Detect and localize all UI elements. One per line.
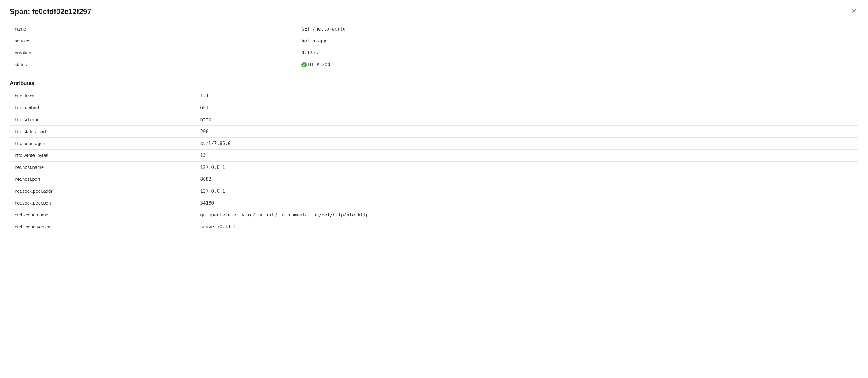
attribute-value: 1.1 bbox=[200, 93, 209, 99]
attribute-value: 200 bbox=[200, 129, 209, 134]
status-ok-icon bbox=[301, 62, 307, 67]
attribute-label: http.method bbox=[15, 105, 200, 110]
summary-value-text: HTTP-200 bbox=[308, 62, 330, 67]
summary-value: HTTP-200 bbox=[301, 62, 330, 67]
attribute-value: go.opentelemetry.io/contrib/instrumentat… bbox=[200, 212, 369, 218]
attribute-label: net.host.port bbox=[15, 176, 200, 182]
attribute-value: http bbox=[200, 117, 211, 123]
attribute-value: 127.0.0.1 bbox=[200, 165, 225, 170]
summary-value-text: GET /hello-world bbox=[301, 26, 346, 32]
attribute-row: http.status_code200 bbox=[10, 126, 858, 138]
summary-label: name bbox=[15, 26, 301, 32]
summary-row: servicehello-app bbox=[10, 35, 858, 47]
summary-label: status bbox=[15, 62, 301, 67]
attributes-title: Attributes bbox=[10, 80, 858, 87]
attribute-label: net.sock.peer.addr bbox=[15, 188, 200, 194]
attribute-value: 127.0.0.1 bbox=[200, 188, 225, 194]
summary-row: statusHTTP-200 bbox=[10, 59, 858, 71]
attribute-value: 54186 bbox=[200, 200, 214, 206]
header-row: Span: fe0efdf02e12f297 bbox=[10, 7, 858, 16]
summary-label: service bbox=[15, 38, 301, 44]
attribute-row: net.host.port8082 bbox=[10, 173, 858, 185]
attribute-row: otel.scope.namego.opentelemetry.io/contr… bbox=[10, 209, 858, 221]
attribute-label: http.status_code bbox=[15, 129, 200, 134]
attribute-row: net.host.name127.0.0.1 bbox=[10, 162, 858, 173]
close-button[interactable] bbox=[850, 7, 858, 16]
attribute-value: 13 bbox=[200, 153, 206, 158]
attribute-label: http.scheme bbox=[15, 117, 200, 123]
attribute-label: http.wrote_bytes bbox=[15, 153, 200, 158]
summary-value: GET /hello-world bbox=[301, 26, 346, 32]
summary-value-text: hello-app bbox=[301, 38, 326, 44]
title-prefix: Span: bbox=[10, 7, 32, 15]
summary-row: nameGET /hello-world bbox=[10, 23, 858, 35]
attribute-row: net.sock.peer.port54186 bbox=[10, 197, 858, 209]
attribute-row: http.flavor1.1 bbox=[10, 90, 858, 102]
attribute-value: GET bbox=[200, 105, 209, 110]
attribute-label: otel.scope.version bbox=[15, 224, 200, 230]
attribute-label: http.user_agent bbox=[15, 141, 200, 146]
page-title: Span: fe0efdf02e12f297 bbox=[10, 7, 91, 16]
attribute-value: 8082 bbox=[200, 176, 211, 182]
attribute-row: http.user_agentcurl/7.85.0 bbox=[10, 138, 858, 149]
attribute-row: http.wrote_bytes13 bbox=[10, 149, 858, 162]
attribute-row: net.sock.peer.addr127.0.0.1 bbox=[10, 185, 858, 197]
attribute-label: http.flavor bbox=[15, 93, 200, 99]
attribute-label: otel.scope.name bbox=[15, 212, 200, 218]
attributes-table: http.flavor1.1http.methodGEThttp.schemeh… bbox=[10, 90, 858, 233]
attribute-label: net.sock.peer.port bbox=[15, 200, 200, 206]
attribute-row: http.methodGET bbox=[10, 102, 858, 114]
attribute-row: http.schemehttp bbox=[10, 114, 858, 126]
summary-row: duration0.12ms bbox=[10, 47, 858, 59]
close-icon bbox=[851, 8, 857, 15]
summary-label: duration bbox=[15, 50, 301, 56]
attribute-label: net.host.name bbox=[15, 165, 200, 170]
attribute-row: otel.scope.versionsemver:0.41.1 bbox=[10, 221, 858, 233]
summary-value: hello-app bbox=[301, 38, 326, 44]
attribute-value: curl/7.85.0 bbox=[200, 141, 230, 146]
summary-table: nameGET /hello-worldservicehello-appdura… bbox=[10, 23, 858, 71]
span-id: fe0efdf02e12f297 bbox=[32, 7, 91, 15]
summary-value-text: 0.12ms bbox=[301, 50, 318, 56]
attribute-value: semver:0.41.1 bbox=[200, 224, 236, 230]
summary-value: 0.12ms bbox=[301, 50, 318, 56]
